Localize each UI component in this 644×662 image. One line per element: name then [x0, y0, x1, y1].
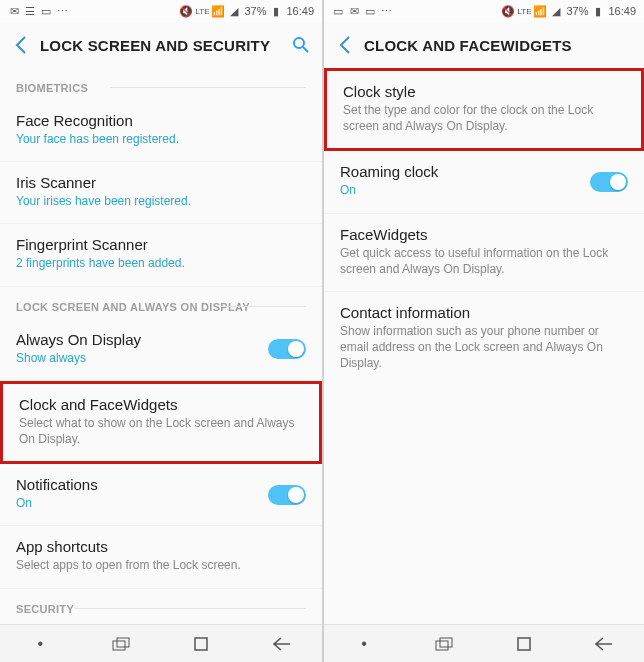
- item-contact-information[interactable]: Contact information Show information suc…: [324, 292, 644, 386]
- item-sub: 2 fingerprints have been added.: [16, 255, 306, 271]
- wifi-icon: 📶: [534, 5, 546, 17]
- item-fingerprint-scanner[interactable]: Fingerprint Scanner 2 fingerprints have …: [0, 224, 322, 286]
- status-bar: ▭ ✉ ▭ ⋯ 🔇 LTE 📶 ◢ 37% ▮ 16:49: [324, 0, 644, 22]
- nav-bar: •: [0, 624, 322, 662]
- nav-home-icon[interactable]: [489, 631, 559, 657]
- image-icon: ▭: [364, 5, 376, 17]
- item-title: App shortcuts: [16, 538, 306, 555]
- toggle-aod[interactable]: [268, 339, 306, 359]
- status-bar: ✉ ☰ ▭ ⋯ 🔇 LTE 📶 ◢ 37% ▮ 16:49: [0, 0, 322, 22]
- back-icon[interactable]: [334, 34, 356, 56]
- item-sub: Show information such as your phone numb…: [340, 323, 628, 372]
- item-sub: Select what to show on the Lock screen a…: [19, 415, 303, 447]
- nav-back-icon[interactable]: [569, 631, 639, 657]
- toggle-notifications[interactable]: [268, 485, 306, 505]
- page-title: LOCK SCREEN AND SECURITY: [40, 37, 290, 54]
- chat-icon: ▭: [40, 5, 52, 17]
- status-left-icons: ✉ ☰ ▭ ⋯: [8, 5, 68, 17]
- status-right-icons: 🔇 LTE 📶 ◢ 37% ▮ 16:49: [502, 5, 636, 17]
- content-scroll[interactable]: BIOMETRICS Face Recognition Your face ha…: [0, 68, 322, 624]
- section-security: SECURITY: [0, 589, 322, 621]
- item-iris-scanner[interactable]: Iris Scanner Your irises have been regis…: [0, 162, 322, 224]
- item-app-shortcuts[interactable]: App shortcuts Select apps to open from t…: [0, 526, 322, 588]
- image-icon: ▭: [332, 5, 344, 17]
- svg-rect-2: [113, 641, 125, 650]
- item-sub: Your face has been registered.: [16, 131, 306, 147]
- status-right-icons: 🔇 LTE 📶 ◢ 37% ▮ 16:49: [180, 5, 314, 17]
- item-title: Always On Display: [16, 331, 306, 348]
- item-sub: Your irises have been registered.: [16, 193, 306, 209]
- clock-text: 16:49: [608, 5, 636, 17]
- item-sub: Show always: [16, 350, 306, 366]
- signal-icon: ◢: [550, 5, 562, 17]
- section-biometrics: BIOMETRICS: [0, 68, 322, 100]
- mute-icon: 🔇: [180, 5, 192, 17]
- item-face-recognition[interactable]: Face Recognition Your face has been regi…: [0, 100, 322, 162]
- svg-rect-3: [117, 638, 129, 647]
- item-title: Face Recognition: [16, 112, 306, 129]
- notif-icon: ☰: [24, 5, 36, 17]
- nav-bar: •: [324, 624, 644, 662]
- item-title: FaceWidgets: [340, 226, 628, 243]
- app-bar: CLOCK AND FACEWIDGETS: [324, 22, 644, 68]
- item-title: Contact information: [340, 304, 628, 321]
- signal-icon: ◢: [228, 5, 240, 17]
- svg-rect-7: [518, 638, 530, 650]
- item-sub: Set the type and color for the clock on …: [343, 102, 625, 134]
- battery-icon: ▮: [270, 5, 282, 17]
- item-sub: Select apps to open from the Lock screen…: [16, 557, 306, 573]
- item-title: Clock style: [343, 83, 625, 100]
- mail-icon: ✉: [8, 5, 20, 17]
- mute-icon: 🔇: [502, 5, 514, 17]
- nav-back-icon[interactable]: [247, 631, 317, 657]
- svg-rect-6: [440, 638, 452, 647]
- battery-text: 37%: [566, 5, 588, 17]
- nav-recents-icon[interactable]: [409, 631, 479, 657]
- battery-text: 37%: [244, 5, 266, 17]
- svg-line-1: [303, 47, 308, 52]
- back-icon[interactable]: [10, 34, 32, 56]
- nav-home-icon[interactable]: [166, 631, 236, 657]
- battery-icon: ▮: [592, 5, 604, 17]
- item-title: Iris Scanner: [16, 174, 306, 191]
- content-scroll[interactable]: Clock style Set the type and color for t…: [324, 68, 644, 624]
- page-title: CLOCK AND FACEWIDGETS: [364, 37, 634, 54]
- item-google-play-protect[interactable]: Google Play Protect Off / Tap to turn on…: [0, 621, 322, 625]
- item-roaming-clock[interactable]: Roaming clock On: [324, 151, 644, 213]
- mail-icon: ✉: [348, 5, 360, 17]
- svg-point-0: [294, 38, 304, 48]
- nav-recents-icon[interactable]: [86, 631, 156, 657]
- phone-right: ▭ ✉ ▭ ⋯ 🔇 LTE 📶 ◢ 37% ▮ 16:49 CLOCK AND …: [322, 0, 644, 662]
- item-sub: On: [340, 182, 628, 198]
- item-clock-and-facewidgets[interactable]: Clock and FaceWidgets Select what to sho…: [0, 381, 322, 464]
- app-bar: LOCK SCREEN AND SECURITY: [0, 22, 322, 68]
- nav-menu-icon[interactable]: •: [329, 631, 399, 657]
- item-sub: Get quick access to useful information o…: [340, 245, 628, 277]
- item-clock-style[interactable]: Clock style Set the type and color for t…: [324, 68, 644, 151]
- phone-left: ✉ ☰ ▭ ⋯ 🔇 LTE 📶 ◢ 37% ▮ 16:49 LOCK SCREE…: [0, 0, 322, 662]
- toggle-roaming-clock[interactable]: [590, 172, 628, 192]
- item-sub: On: [16, 495, 306, 511]
- item-always-on-display[interactable]: Always On Display Show always: [0, 319, 322, 381]
- item-title: Clock and FaceWidgets: [19, 396, 303, 413]
- more-icon: ⋯: [380, 5, 392, 17]
- item-title: Fingerprint Scanner: [16, 236, 306, 253]
- svg-rect-4: [195, 638, 207, 650]
- clock-text: 16:49: [286, 5, 314, 17]
- more-icon: ⋯: [56, 5, 68, 17]
- nav-menu-icon[interactable]: •: [5, 631, 75, 657]
- item-title: Notifications: [16, 476, 306, 493]
- search-icon[interactable]: [290, 34, 312, 56]
- item-title: Roaming clock: [340, 163, 628, 180]
- svg-rect-5: [436, 641, 448, 650]
- item-notifications[interactable]: Notifications On: [0, 464, 322, 526]
- item-facewidgets[interactable]: FaceWidgets Get quick access to useful i…: [324, 214, 644, 292]
- section-lockscreen: LOCK SCREEN AND ALWAYS ON DISPLAY: [0, 287, 322, 319]
- lte-icon: LTE: [518, 5, 530, 17]
- status-left-icons: ▭ ✉ ▭ ⋯: [332, 5, 392, 17]
- lte-icon: LTE: [196, 5, 208, 17]
- wifi-icon: 📶: [212, 5, 224, 17]
